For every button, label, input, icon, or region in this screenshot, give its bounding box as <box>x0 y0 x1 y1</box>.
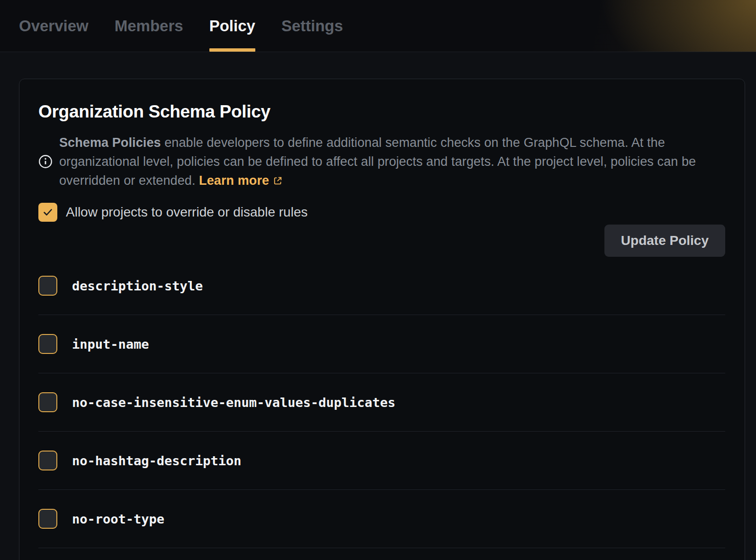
rule-checkbox[interactable] <box>38 392 57 412</box>
header-glow-decoration <box>462 0 756 52</box>
rule-name: input-name <box>72 337 149 352</box>
learn-more-link[interactable]: Learn more <box>199 173 283 188</box>
button-row: Update Policy <box>38 225 725 257</box>
description-lead: Schema Policies <box>59 135 161 150</box>
rule-name: description-style <box>72 279 203 293</box>
rule-row: description-style <box>38 257 725 315</box>
update-policy-button[interactable]: Update Policy <box>604 225 725 257</box>
schema-policy-description: Schema Policies enable developers to def… <box>38 133 725 190</box>
info-icon <box>38 154 53 169</box>
description-text: Schema Policies enable developers to def… <box>59 133 725 190</box>
checkmark-icon <box>42 207 54 218</box>
rule-checkbox[interactable] <box>38 509 57 529</box>
top-tab-bar: OverviewMembersPolicySettings <box>0 0 756 52</box>
rule-name: no-hashtag-description <box>72 453 242 468</box>
rule-checkbox[interactable] <box>38 276 57 296</box>
rules-list: description-style input-name no-case-ins… <box>38 257 725 548</box>
tab-policy[interactable]: Policy <box>209 0 255 52</box>
rule-row: no-root-type <box>38 490 725 548</box>
rule-name: no-case-insensitive-enum-values-duplicat… <box>72 395 396 410</box>
learn-more-label: Learn more <box>199 173 269 188</box>
allow-override-checkbox[interactable] <box>38 203 57 222</box>
allow-override-row[interactable]: Allow projects to override or disable ru… <box>38 203 725 222</box>
tab-settings[interactable]: Settings <box>281 0 343 52</box>
external-link-icon <box>273 176 283 186</box>
rule-checkbox[interactable] <box>38 451 57 470</box>
rule-row: input-name <box>38 315 725 373</box>
page-title: Organization Schema Policy <box>38 102 725 122</box>
rule-row: no-hashtag-description <box>38 432 725 489</box>
rule-row: no-case-insensitive-enum-values-duplicat… <box>38 373 725 431</box>
rule-checkbox[interactable] <box>38 334 57 354</box>
rule-name: no-root-type <box>72 512 164 526</box>
tab-overview[interactable]: Overview <box>19 0 89 52</box>
allow-override-label: Allow projects to override or disable ru… <box>66 205 307 220</box>
policy-card: Organization Schema Policy Schema Polici… <box>19 79 745 560</box>
tab-members[interactable]: Members <box>115 0 183 52</box>
rule-divider <box>38 548 725 548</box>
